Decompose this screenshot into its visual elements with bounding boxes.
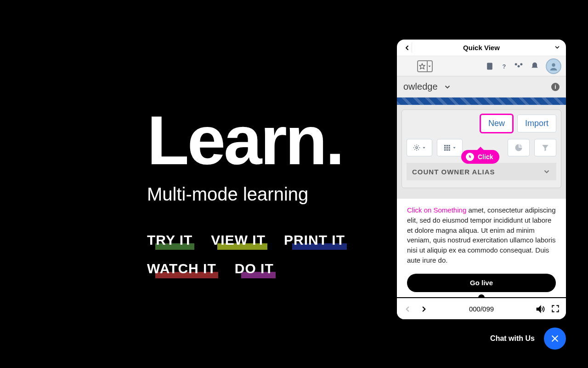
quickview-dropdown[interactable] [554,44,560,51]
column-label-text: COUNT OWNER ALIAS [412,168,495,176]
instruction-lead: Click on Something [407,206,466,214]
hero-text: Learn. Multi-mode learning TRY IT VIEW I… [147,106,345,289]
help-icon[interactable]: ? [501,62,507,71]
svg-rect-15 [448,147,450,149]
chevron-down-icon[interactable] [443,83,452,91]
mode-watch-it[interactable]: WATCH IT [147,261,216,276]
prev-icon[interactable] [403,305,412,313]
chevron-down-icon [427,61,432,71]
svg-rect-2 [487,63,492,69]
pointer-icon [466,153,474,161]
svg-point-4 [518,65,520,67]
quickview-panel: Quick View ? [397,40,566,319]
chevron-down-icon [452,146,456,150]
new-button[interactable]: New [481,115,513,132]
mode-do-it[interactable]: DO IT [235,261,274,276]
svg-point-6 [520,63,522,65]
bell-icon[interactable] [530,62,539,71]
clipboard-icon[interactable] [485,62,494,71]
quickview-header: Quick View [397,40,566,56]
quickview-title: Quick View [463,44,500,52]
column-header[interactable]: COUNT OWNER ALIAS [407,163,556,180]
click-label: Click [478,153,493,161]
modes-list: TRY IT VIEW IT PRINT IT WATCH IT [147,232,345,276]
next-icon[interactable] [420,305,428,313]
star-icon [418,61,427,71]
table-view-dropdown[interactable] [437,139,463,156]
decorative-strip [397,98,566,105]
svg-rect-13 [444,147,446,149]
volume-icon[interactable] [536,305,545,314]
bookmark-split-button[interactable] [417,60,433,72]
breadcrumb-label: owledge [403,81,438,92]
close-icon [550,334,560,343]
click-indicator: Click [461,150,499,164]
quickview-app-capture: ? owledge i New Import [397,56,566,199]
svg-rect-12 [448,145,450,146]
filter-icon [541,144,549,152]
table-icon [443,144,451,151]
import-button[interactable]: Import [517,115,556,132]
settings-icon[interactable] [514,62,524,71]
gear-icon [413,144,420,151]
svg-marker-9 [423,147,425,149]
instruction-text: Click on Something amet, consectetur adi… [397,199,566,270]
mode-label: TRY IT [147,232,192,247]
mode-print-it[interactable]: PRINT IT [284,232,345,248]
svg-point-5 [515,63,517,65]
svg-rect-16 [444,149,446,150]
app-breadcrumb: owledge i [397,76,566,98]
svg-marker-21 [537,306,541,312]
settings-dropdown[interactable] [407,139,432,156]
mode-label: WATCH IT [147,261,216,276]
svg-marker-1 [429,65,431,67]
svg-point-8 [416,147,418,149]
mode-label: PRINT IT [284,232,345,247]
svg-text:?: ? [503,63,506,69]
chevron-down-icon [554,44,560,51]
svg-rect-14 [447,147,448,149]
hero-subhead: Multi-mode learning [147,184,345,205]
svg-rect-17 [447,149,448,150]
svg-point-7 [552,63,555,66]
chevron-down-icon [543,167,551,176]
svg-marker-19 [453,147,455,149]
svg-rect-11 [447,145,448,146]
fullscreen-icon[interactable] [551,305,560,313]
chat-label: Chat with Us [490,334,535,343]
user-icon [548,61,559,71]
svg-marker-0 [419,63,425,69]
step-counter: 000/099 [469,305,494,313]
go-live-button[interactable]: Go live [407,274,556,292]
avatar[interactable] [546,58,561,74]
mode-view-it[interactable]: VIEW IT [211,232,266,248]
hero-headline: Learn. [147,106,345,175]
instruction-body: amet, consectetur adipiscing elit, sed d… [407,206,556,264]
chart-button[interactable] [508,139,530,156]
back-button[interactable] [401,42,413,53]
chat-close-button[interactable] [544,328,566,350]
filter-button[interactable] [534,139,556,156]
mode-label: DO IT [235,261,274,276]
chat-widget: Chat with Us [490,328,566,350]
svg-rect-10 [444,145,446,146]
info-icon[interactable]: i [551,83,560,91]
mode-try-it[interactable]: TRY IT [147,232,192,248]
app-topbar: ? [397,56,566,76]
svg-rect-18 [448,149,450,150]
chevron-left-icon [403,44,411,52]
quickview-footer: 000/099 [397,298,566,319]
divider [412,42,412,53]
pie-icon [514,144,523,152]
svg-marker-20 [542,145,548,151]
mode-label: VIEW IT [211,232,266,247]
chevron-down-icon [422,146,426,150]
